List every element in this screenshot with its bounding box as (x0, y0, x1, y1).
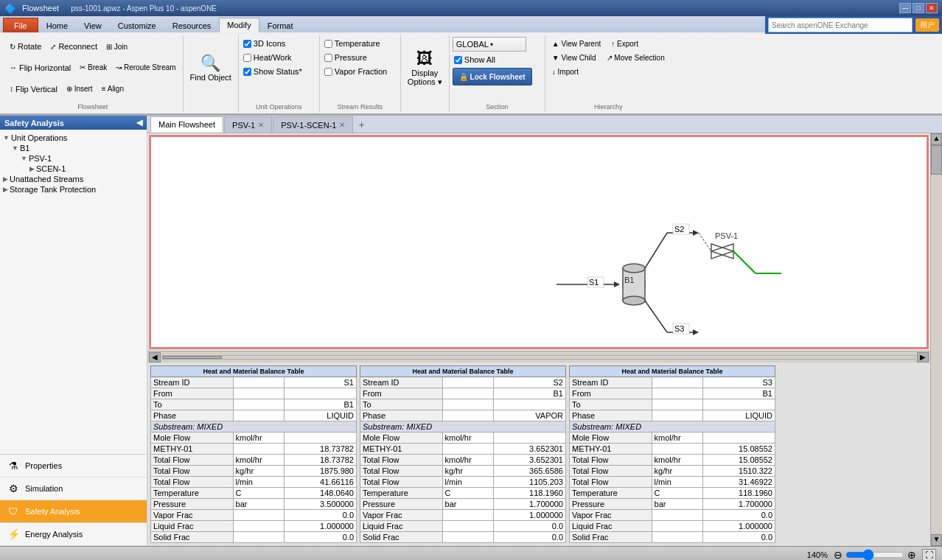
rotate-btn[interactable]: ↻ Rotate (6, 40, 45, 53)
tree-label: Unit Operations (11, 133, 67, 142)
expand-arrow: ▶ (29, 165, 35, 172)
tab-home[interactable]: Home (38, 18, 76, 32)
tree-item-storage[interactable]: ▶ Storage Tank Protection (0, 184, 147, 195)
v-scrollbar[interactable]: ▲ ▼ (930, 133, 942, 546)
tree-item-unattached[interactable]: ▶ Unattached Streams (0, 174, 147, 184)
app-icon: 🔷 (4, 3, 16, 14)
tab-format[interactable]: Format (259, 18, 301, 32)
tree-item-scen1[interactable]: ▶ SCEN-1 (0, 164, 147, 174)
flowsheet-canvas[interactable]: S1 B1 S2 (149, 135, 929, 349)
tree-label: PSV-1 (29, 154, 52, 163)
svg-line-9 (645, 233, 667, 268)
break-btn[interactable]: ✂ Break (76, 61, 111, 74)
display-options-btn[interactable]: 🖼 DisplayOptions ▾ (404, 43, 446, 94)
user-avatar: 用户 (915, 18, 939, 32)
sidebar: Safety Analysis ◀ ▼ Unit Operations ▼ B1… (0, 116, 147, 546)
align-btn[interactable]: ≡ Align (98, 83, 128, 96)
tab-label: PSV-1 (232, 121, 255, 130)
tree-label: Storage Tank Protection (10, 185, 96, 194)
group-stream-results-label: Stream Results (320, 103, 400, 111)
svg-line-24 (699, 233, 711, 251)
ribbon-content: ↻ Rotate ⤢ Reconnect ⊞ Join ↔ Flip Horiz… (0, 34, 942, 115)
fit-screen-btn[interactable]: ⛶ (922, 549, 936, 561)
sidebar-nav-simulation[interactable]: ⚙ Simulation (0, 477, 147, 500)
show-status-checkbox[interactable]: Show Status* (242, 65, 304, 78)
svg-marker-19 (711, 244, 733, 259)
h-scrollbar[interactable]: ◀ ▶ (147, 351, 930, 363)
simulation-icon: ⚙ (6, 481, 21, 496)
tree-item-psv1[interactable]: ▼ PSV-1 (0, 153, 147, 164)
3d-icons-checkbox[interactable]: 3D Icons (242, 37, 287, 50)
scroll-left[interactable]: ◀ (149, 352, 161, 363)
tab-close[interactable]: ✕ (339, 121, 345, 129)
zoom-level: 140% (807, 550, 828, 559)
nav-label: Safety Analysis (25, 507, 80, 516)
show-all-checkbox[interactable]: Show All (453, 53, 497, 66)
scroll-track[interactable] (162, 355, 915, 360)
flowsheet-svg: S1 B1 S2 (151, 137, 918, 336)
tab-customize[interactable]: Customize (110, 18, 164, 32)
heat-work-checkbox[interactable]: Heat/Work (242, 51, 293, 64)
global-dropdown[interactable]: GLOBAL▾ (453, 37, 526, 52)
svg-marker-11 (693, 230, 699, 236)
search-input[interactable] (768, 18, 913, 32)
sidebar-nav-safety[interactable]: 🛡 Safety Analysis (0, 500, 147, 523)
view-child-btn[interactable]: ▼ View Child (548, 51, 600, 64)
scroll-down[interactable]: ▼ (931, 534, 942, 546)
sidebar-nav-properties[interactable]: ⚗ Properties (0, 455, 147, 477)
reconnect-btn[interactable]: ⤢ Reconnect (46, 40, 101, 53)
close-btn[interactable]: ✕ (926, 3, 938, 13)
scroll-right[interactable]: ▶ (917, 352, 929, 363)
tab-file[interactable]: File (3, 18, 38, 32)
minimize-btn[interactable]: — (899, 3, 911, 13)
zoom-out-btn[interactable]: ⊖ (834, 549, 842, 561)
title-bar: 🔷 Flowsheet pss-1001.apwz - Aspen Plus 1… (0, 0, 942, 16)
tree-item-unit-operations[interactable]: ▼ Unit Operations (0, 133, 147, 143)
reroute-btn[interactable]: ↝ Reroute Stream (112, 61, 179, 74)
sidebar-nav-energy[interactable]: ⚡ Energy Analysis (0, 523, 147, 546)
scroll-thumb[interactable] (163, 356, 222, 359)
tab-psv1[interactable]: PSV-1 ✕ (224, 116, 272, 133)
collapse-icon[interactable]: ◀ (136, 118, 142, 127)
tab-modify[interactable]: Modify (219, 18, 259, 32)
tab-close[interactable]: ✕ (258, 121, 264, 129)
vapor-fraction-checkbox[interactable]: Vapor Fraction (323, 65, 388, 78)
lock-flowsheet-btn[interactable]: 🔒 Lock Flowsheet (453, 68, 532, 85)
expand-arrow: ▶ (3, 186, 8, 193)
view-parent-btn[interactable]: ▲ View Parent (548, 37, 604, 50)
table-s2: Heat and Material Balance Table Stream I… (360, 365, 566, 543)
sidebar-header: Safety Analysis ◀ (0, 116, 147, 130)
tab-main-flowsheet[interactable]: Main Flowsheet (150, 116, 223, 133)
tree-label: B1 (20, 144, 29, 153)
svg-text:B1: B1 (624, 276, 634, 284)
flip-v-btn[interactable]: ↕ Flip Vertical (6, 83, 61, 96)
maximize-btn[interactable]: □ (913, 3, 924, 13)
tab-view[interactable]: View (76, 18, 110, 32)
export-btn[interactable]: ↑ Export (607, 37, 642, 50)
tab-resources[interactable]: Resources (164, 18, 220, 32)
import-btn[interactable]: ↓ Import (548, 65, 582, 78)
zoom-in-btn[interactable]: ⊕ (907, 549, 916, 561)
tab-psv1-scen1[interactable]: PSV-1-SCEN-1 ✕ (273, 116, 353, 133)
tab-add-btn[interactable]: + (354, 116, 369, 133)
ribbon: File Home View Customize Resources Modif… (0, 16, 942, 116)
svg-text:S3: S3 (674, 324, 684, 333)
scroll-v-track[interactable] (931, 145, 942, 534)
join-btn[interactable]: ⊞ Join (102, 40, 131, 53)
temperature-checkbox[interactable]: Temperature (323, 37, 382, 50)
tab-label: Main Flowsheet (158, 120, 215, 129)
zoom-control[interactable]: ⊖ ⊕ (834, 549, 916, 561)
title-text: Flowsheet (22, 4, 59, 13)
move-selection-btn[interactable]: ↗ Move Selection (603, 51, 669, 64)
zoom-slider[interactable] (845, 549, 904, 561)
svg-point-7 (623, 296, 645, 305)
find-object-btn[interactable]: 🔍 Find Object (186, 43, 235, 94)
tree-item-b1[interactable]: ▼ B1 (0, 143, 147, 153)
scroll-up[interactable]: ▲ (931, 133, 942, 145)
expand-arrow: ▼ (12, 144, 18, 152)
pressure-checkbox[interactable]: Pressure (323, 51, 369, 64)
scroll-v-thumb[interactable] (931, 145, 942, 175)
insert-btn[interactable]: ⊕ Insert (63, 83, 97, 96)
expand-arrow: ▼ (21, 155, 27, 162)
flip-h-btn[interactable]: ↔ Flip Horizontal (6, 61, 74, 74)
